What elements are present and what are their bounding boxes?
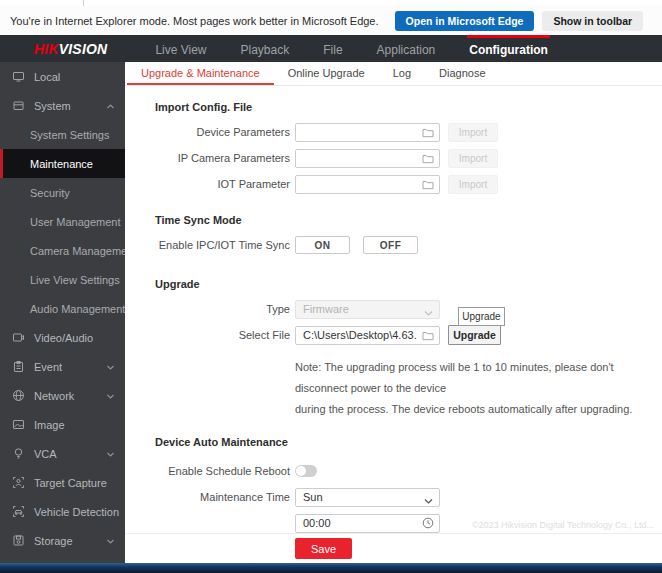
sidebar-item-system-settings[interactable]: System Settings bbox=[0, 120, 125, 149]
import-ip-camera-button[interactable]: Import bbox=[448, 149, 498, 168]
maintenance-time-input[interactable] bbox=[295, 514, 440, 533]
import-config-heading: Import Config. File bbox=[155, 101, 662, 113]
sidebar-item-target-capture[interactable]: Target Capture bbox=[0, 468, 125, 497]
tab-online-upgrade[interactable]: Online Upgrade bbox=[274, 62, 379, 85]
sidebar-item-label: Image bbox=[34, 419, 65, 431]
ie-mode-message: You're in Internet Explorer mode. Most p… bbox=[10, 15, 379, 27]
sidebar-item-system[interactable]: System bbox=[0, 91, 125, 120]
logo-vision: VISION bbox=[59, 41, 108, 57]
sidebar-item-iot-channel[interactable]: IoT Channel Co... bbox=[0, 555, 125, 563]
sidebar-item-label: Audio Management bbox=[30, 303, 125, 315]
ip-camera-parameters-input[interactable] bbox=[295, 149, 440, 168]
vca-icon bbox=[12, 447, 25, 460]
browser-chrome-strip bbox=[0, 0, 662, 6]
copyright-text: ©2023 Hikvision Digital Technology Co., … bbox=[472, 520, 654, 530]
chevron-up-icon bbox=[106, 101, 115, 110]
schedule-reboot-row: Enable Schedule Reboot bbox=[155, 458, 662, 484]
sidebar-item-local[interactable]: Local bbox=[0, 62, 125, 91]
save-bar: Save bbox=[125, 533, 662, 563]
save-button[interactable]: Save bbox=[295, 538, 352, 559]
body-row: Local System System Settings Maintenance… bbox=[0, 62, 662, 563]
chevron-down-icon bbox=[424, 307, 433, 314]
main-panel: Upgrade & Maintenance Online Upgrade Log… bbox=[125, 62, 662, 563]
nav-playback[interactable]: Playback bbox=[239, 35, 292, 62]
select-file-input[interactable] bbox=[295, 326, 440, 345]
time-sync-label: Enable IPC/IOT Time Sync bbox=[155, 239, 290, 251]
schedule-reboot-label: Enable Schedule Reboot bbox=[155, 465, 290, 477]
tab-log[interactable]: Log bbox=[379, 62, 425, 85]
schedule-reboot-toggle[interactable] bbox=[295, 465, 317, 477]
sidebar-item-camera-management[interactable]: Camera Management bbox=[0, 236, 125, 265]
bottom-window-edge bbox=[0, 563, 662, 573]
chevron-down-icon bbox=[106, 362, 115, 371]
browser-tab-edge bbox=[83, 0, 84, 6]
sidebar-item-video-audio[interactable]: Video/Audio bbox=[0, 323, 125, 352]
nav-application[interactable]: Application bbox=[375, 35, 438, 62]
time-sync-row: Enable IPC/IOT Time Sync ON OFF bbox=[155, 232, 662, 258]
sidebar-item-label: Camera Management bbox=[30, 245, 125, 257]
app-header: HIKVISION Live View Playback File Applic… bbox=[0, 35, 662, 62]
monitor-icon bbox=[12, 70, 25, 83]
open-in-edge-button[interactable]: Open in Microsoft Edge bbox=[395, 11, 535, 31]
import-device-parameters-button[interactable]: Import bbox=[448, 123, 498, 142]
sidebar-item-event[interactable]: Event bbox=[0, 352, 125, 381]
ie-mode-bar: You're in Internet Explorer mode. Most p… bbox=[0, 6, 662, 35]
sidebar-item-vca[interactable]: VCA bbox=[0, 439, 125, 468]
event-icon bbox=[12, 360, 25, 373]
upgrade-note-line1: Note: The upgrading process will be 1 to… bbox=[295, 357, 662, 399]
sidebar-item-maintenance[interactable]: Maintenance bbox=[0, 149, 125, 178]
chevron-down-icon bbox=[106, 391, 115, 400]
sidebar-item-image[interactable]: Image bbox=[0, 410, 125, 439]
device-parameters-input[interactable] bbox=[295, 123, 440, 142]
ip-camera-parameters-row: IP Camera Parameters Import bbox=[155, 145, 662, 171]
sidebar-item-label: Vehicle Detection bbox=[34, 506, 119, 518]
iot-parameter-input[interactable] bbox=[295, 175, 440, 194]
hikvision-configuration-screen: You're in Internet Explorer mode. Most p… bbox=[0, 0, 662, 573]
target-capture-icon bbox=[12, 476, 25, 489]
maintenance-day-row: Maintenance Time Sun bbox=[155, 484, 662, 510]
sidebar-item-storage[interactable]: Storage bbox=[0, 526, 125, 555]
nav-live-view[interactable]: Live View bbox=[153, 35, 208, 62]
nav-file[interactable]: File bbox=[321, 35, 344, 62]
iot-parameter-label: IOT Parameter bbox=[155, 178, 290, 190]
time-sync-heading: Time Sync Mode bbox=[155, 214, 662, 226]
upgrade-button[interactable]: Upgrade bbox=[448, 325, 501, 345]
upgrade-note-line2: during the process. The device reboots a… bbox=[295, 399, 662, 420]
sidebar-item-label: Maintenance bbox=[30, 158, 93, 170]
upgrade-type-label: Type bbox=[155, 303, 290, 315]
sidebar-item-label: User Management bbox=[30, 216, 121, 228]
sidebar-item-label: Target Capture bbox=[34, 477, 107, 489]
sidebar-item-live-view-settings[interactable]: Live View Settings bbox=[0, 265, 125, 294]
video-audio-icon bbox=[12, 331, 25, 344]
sidebar-item-vehicle-detection[interactable]: Vehicle Detection bbox=[0, 497, 125, 526]
iot-parameter-row: IOT Parameter Import bbox=[155, 171, 662, 197]
hikvision-logo: HIKVISION bbox=[34, 35, 107, 62]
time-sync-off-button[interactable]: OFF bbox=[363, 236, 418, 254]
upgrade-type-value: Firmware bbox=[303, 303, 349, 315]
sidebar-item-label: Event bbox=[34, 361, 62, 373]
sidebar-item-network[interactable]: Network bbox=[0, 381, 125, 410]
time-sync-on-button[interactable]: ON bbox=[295, 236, 350, 254]
show-in-toolbar-button[interactable]: Show in toolbar bbox=[542, 11, 643, 31]
maintenance-day-select[interactable]: Sun bbox=[295, 488, 440, 507]
sidebar-item-user-management[interactable]: User Management bbox=[0, 207, 125, 236]
upgrade-note: Note: The upgrading process will be 1 to… bbox=[295, 357, 662, 420]
sidebar-item-audio-management[interactable]: Audio Management bbox=[0, 294, 125, 323]
select-file-row: Select File Upgrade Upgrade bbox=[155, 322, 662, 348]
import-iot-parameter-button[interactable]: Import bbox=[448, 175, 498, 194]
sidebar-item-security[interactable]: Security bbox=[0, 178, 125, 207]
device-parameters-label: Device Parameters bbox=[155, 126, 290, 138]
sidebar-item-label: System Settings bbox=[30, 129, 109, 141]
sidebar-item-label: System bbox=[34, 100, 71, 112]
toggle-knob bbox=[296, 466, 306, 476]
upgrade-heading: Upgrade bbox=[155, 278, 662, 290]
tab-diagnose[interactable]: Diagnose bbox=[425, 62, 499, 85]
sidebar: Local System System Settings Maintenance… bbox=[0, 62, 125, 563]
maintenance-time-label: Maintenance Time bbox=[155, 491, 290, 503]
nav-configuration[interactable]: Configuration bbox=[467, 35, 550, 62]
sidebar-item-label: Security bbox=[30, 187, 70, 199]
image-icon bbox=[12, 418, 25, 431]
tab-upgrade-maintenance[interactable]: Upgrade & Maintenance bbox=[127, 62, 274, 85]
upgrade-tooltip: Upgrade bbox=[458, 307, 505, 326]
upgrade-type-select[interactable]: Firmware bbox=[295, 300, 440, 319]
